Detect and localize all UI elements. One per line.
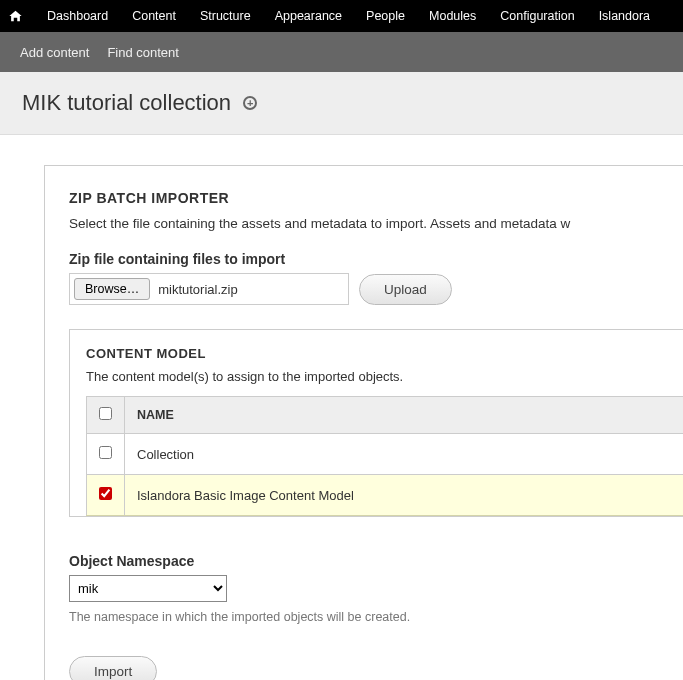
nav-modules[interactable]: Modules: [417, 0, 488, 32]
row-checkbox[interactable]: [99, 446, 112, 459]
nav-structure[interactable]: Structure: [188, 0, 263, 32]
nav-dashboard[interactable]: Dashboard: [35, 0, 120, 32]
importer-description: Select the file containing the assets an…: [69, 216, 683, 231]
table-row: Collection: [87, 434, 684, 475]
row-checkbox[interactable]: [99, 487, 112, 500]
browse-button[interactable]: Browse…: [74, 278, 150, 300]
home-icon[interactable]: [8, 9, 23, 23]
nav-people[interactable]: People: [354, 0, 417, 32]
row-label: Islandora Basic Image Content Model: [125, 475, 684, 516]
import-button[interactable]: Import: [69, 656, 157, 680]
namespace-select[interactable]: mik: [69, 575, 227, 602]
selected-file-name: miktutorial.zip: [158, 282, 237, 297]
shortcut-bar: Add content Find content: [0, 32, 683, 72]
namespace-label: Object Namespace: [69, 553, 683, 569]
content-model-title: CONTENT MODEL: [86, 346, 683, 361]
nav-configuration[interactable]: Configuration: [488, 0, 586, 32]
find-content-link[interactable]: Find content: [107, 45, 179, 60]
nav-content[interactable]: Content: [120, 0, 188, 32]
select-all-header: [87, 397, 125, 434]
name-column-header: NAME: [125, 397, 684, 434]
page-title: MIK tutorial collection: [22, 90, 231, 116]
content-model-table: NAME Collection Islandora Basic Image Co…: [86, 396, 683, 516]
add-shortcut-icon[interactable]: +: [243, 96, 257, 110]
upload-button[interactable]: Upload: [359, 274, 452, 305]
admin-toolbar: Dashboard Content Structure Appearance P…: [0, 0, 683, 32]
row-label: Collection: [125, 434, 684, 475]
table-row: Islandora Basic Image Content Model: [87, 475, 684, 516]
importer-title: ZIP BATCH IMPORTER: [69, 190, 683, 206]
content-model-fieldset: CONTENT MODEL The content model(s) to as…: [69, 329, 683, 517]
add-content-link[interactable]: Add content: [20, 45, 89, 60]
namespace-helper: The namespace in which the imported obje…: [69, 610, 683, 624]
file-input[interactable]: Browse… miktutorial.zip: [69, 273, 349, 305]
nav-appearance[interactable]: Appearance: [263, 0, 354, 32]
file-field-label: Zip file containing files to import: [69, 251, 683, 267]
importer-panel: ZIP BATCH IMPORTER Select the file conta…: [44, 165, 683, 680]
title-region: MIK tutorial collection +: [0, 72, 683, 135]
nav-islandora[interactable]: Islandora: [587, 0, 662, 32]
content-model-description: The content model(s) to assign to the im…: [86, 369, 683, 384]
select-all-checkbox[interactable]: [99, 407, 112, 420]
